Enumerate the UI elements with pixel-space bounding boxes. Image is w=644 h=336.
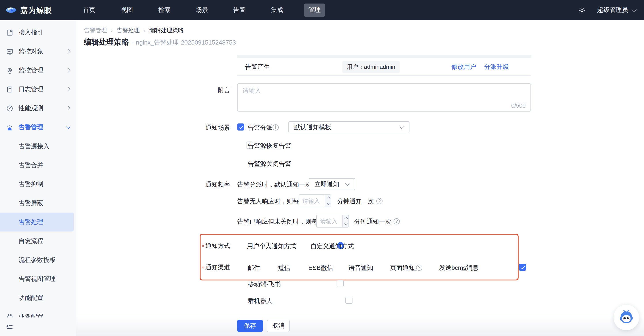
number-stepper	[325, 195, 331, 207]
char-counter: 0/500	[511, 102, 526, 109]
required-mark: *	[202, 243, 204, 250]
sidebar-item-log-admin[interactable]: 日志管理	[0, 80, 76, 99]
sidebar-sub-alert-merge[interactable]: 告警合并	[0, 156, 76, 174]
monitor-screen-icon	[6, 48, 13, 55]
stepper-down-icon[interactable]	[325, 201, 331, 207]
stepper-up-icon[interactable]	[343, 215, 348, 221]
voice-label: 语音通知	[348, 264, 373, 272]
nav-search[interactable]: 检索	[154, 3, 175, 17]
modify-user-link[interactable]: 修改用户	[452, 63, 476, 71]
sidebar-sub-alert-view[interactable]: 告警视图管理	[0, 269, 76, 288]
sidebar-sub-function-config[interactable]: 功能配置	[0, 288, 76, 307]
nav-integration[interactable]: 集成	[266, 3, 288, 17]
collapse-sidebar-icon[interactable]	[6, 324, 13, 330]
checkbox-bcms[interactable]	[519, 264, 526, 271]
source-recover-label: 告警源恢复告警	[248, 142, 291, 150]
breadcrumb-separator: ›	[144, 27, 145, 33]
nav-home[interactable]: 首页	[78, 3, 100, 17]
no-response-interval-input-wrap	[298, 194, 331, 207]
freq-line3-suffix: 分钟通知一次	[354, 218, 391, 226]
sidebar-sub-flow-params[interactable]: 流程参数模板	[0, 250, 76, 269]
immediate-notify-select[interactable]: 立即通知	[309, 178, 355, 190]
footer-background	[76, 316, 644, 336]
template-select[interactable]: 默认通知模板	[288, 121, 410, 133]
dispatch-upgrade-link[interactable]: 分派升级	[484, 63, 509, 71]
whale-robot-icon	[618, 309, 635, 326]
responded-interval-input-wrap	[316, 215, 349, 227]
no-response-interval-input[interactable]	[299, 195, 325, 207]
nav-alerts[interactable]: 告警	[229, 3, 250, 17]
stepper-up-icon[interactable]	[325, 195, 331, 201]
number-stepper	[342, 215, 348, 227]
sidebar-item-performance[interactable]: 性能观测	[0, 99, 76, 118]
notify-channel-label: *通知渠道	[76, 264, 230, 272]
sms-label: 短信	[278, 264, 290, 272]
help-icon[interactable]: ?	[416, 265, 422, 271]
sidebar-item-access-guide[interactable]: 接入指引	[0, 23, 76, 42]
nav-admin[interactable]: 管理	[304, 3, 325, 17]
user-menu[interactable]: 超级管理员	[597, 6, 635, 14]
main-content: 告警管理 › 告警处理 › 编辑处理策略 编辑处理策略 - nginx_告警处理…	[76, 20, 644, 336]
alert-dispatch-label: 告警分派	[248, 124, 272, 132]
required-mark: *	[202, 265, 204, 272]
sidebar-menu: 接入指引 监控对象 监控管理 日志管理	[0, 20, 76, 318]
log-document-icon	[6, 86, 13, 93]
nav-scenes[interactable]: 场景	[191, 3, 212, 17]
notify-freq-label: 通知频率	[76, 181, 230, 189]
sidebar-sub-alert-mask[interactable]: 告警屏蔽	[0, 193, 76, 212]
top-navigation: 首页 视图 检索 场景 告警 集成 管理	[78, 3, 325, 17]
sidebar-item-alert-admin[interactable]: 告警管理	[0, 118, 76, 137]
save-button[interactable]: 保存	[237, 320, 263, 332]
bcms-label: 发送bcms消息	[439, 264, 478, 272]
highlight-annotation-box	[200, 234, 518, 280]
info-icon[interactable]: i	[272, 124, 279, 131]
webcam-icon	[6, 67, 13, 74]
siren-icon	[6, 124, 13, 131]
postscript-field-wrap: 0/500	[237, 83, 531, 112]
checkbox-alert-dispatch[interactable]	[237, 124, 244, 131]
help-icon[interactable]: ?	[394, 218, 400, 224]
notify-scene-label: 通知场景	[76, 124, 230, 132]
postscript-label: 附言	[76, 86, 230, 94]
chevron-right-icon	[66, 68, 70, 73]
cancel-button[interactable]: 取消	[267, 320, 290, 332]
responded-interval-input[interactable]	[317, 215, 342, 227]
assistant-robot-button[interactable]	[614, 305, 639, 330]
clipped-row-edge	[237, 55, 531, 58]
app-root: 嘉为鲸眼 首页 视图 检索 场景 告警 集成 管理 超级管理员	[0, 0, 644, 336]
chevron-down-icon	[632, 7, 637, 12]
checkbox-group-bot[interactable]	[346, 297, 353, 304]
whale-eye-logo-icon	[5, 5, 17, 15]
gear-icon[interactable]	[578, 6, 586, 14]
gauge-icon	[6, 105, 13, 112]
nav-views[interactable]: 视图	[116, 3, 137, 17]
chevron-right-icon	[66, 106, 70, 110]
sidebar-footer	[0, 318, 76, 336]
brand-logo[interactable]: 嘉为鲸眼	[0, 5, 71, 15]
chevron-down-icon	[400, 124, 404, 129]
freq-line1-text: 告警分派时，默认通知一次	[237, 181, 312, 189]
help-icon[interactable]: ?	[376, 198, 382, 204]
sidebar-item-monitor-admin[interactable]: 监控管理	[0, 61, 76, 80]
sidebar-sub-alert-suppress[interactable]: 告警抑制	[0, 174, 76, 193]
feishu-label: 移动端-飞书	[248, 280, 281, 288]
sidebar-item-clipped[interactable]: 业务配置	[0, 307, 76, 318]
breadcrumb-alert-admin[interactable]: 告警管理	[84, 26, 107, 34]
postscript-textarea[interactable]	[238, 84, 530, 102]
notify-method-label: *通知方式	[76, 242, 230, 250]
topbar-right: 超级管理员	[578, 6, 644, 14]
chevron-down-icon	[345, 181, 350, 186]
sidebar-sub-alert-handle[interactable]: 告警处理	[0, 212, 74, 231]
sidebar-sub-alert-source[interactable]: 告警源接入	[0, 137, 76, 156]
source-close-label: 告警源关闭告警	[248, 160, 291, 168]
page-title: 编辑处理策略	[84, 37, 129, 47]
chevron-right-icon	[66, 49, 70, 54]
sidebar-sub-self-heal[interactable]: 自愈流程	[0, 231, 76, 250]
checkbox-feishu[interactable]	[336, 280, 344, 287]
stepper-down-icon[interactable]	[343, 221, 348, 227]
alert-produce-row: 告警产生 用户：adminadmin 修改用户 分派升级	[237, 58, 531, 76]
alert-produce-label: 告警产生	[245, 63, 270, 71]
breadcrumb-current: 编辑处理策略	[149, 26, 184, 34]
breadcrumb-alert-handle[interactable]: 告警处理	[116, 26, 140, 34]
sidebar-item-monitor-objects[interactable]: 监控对象	[0, 42, 76, 61]
